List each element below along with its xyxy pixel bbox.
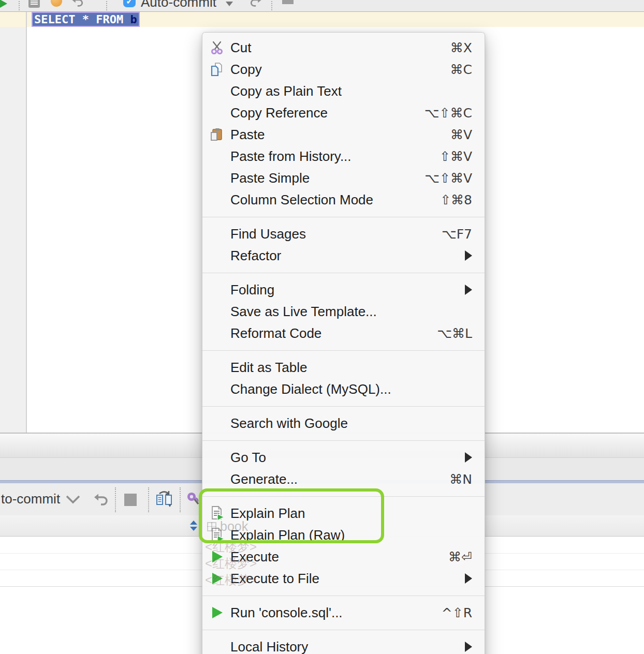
run-icon[interactable] [0,0,8,11]
menu-item-label: Local History [230,639,308,654]
toolbar-separator [19,0,20,12]
chevron-down-icon[interactable] [65,495,81,506]
stop-icon[interactable] [282,0,294,4]
menu-item-label: Go To [230,450,266,466]
icon-spacer [208,83,226,99]
icon-spacer [208,638,226,654]
datagrip-console-screen: ✓ Auto-commit SELECT * FROM b to-commit [0,0,644,654]
menu-item-label: Search with Google [230,415,348,432]
submenu-arrow-icon [465,573,472,584]
menu-item-copy-as-plain-text[interactable]: Copy as Plain Text [202,80,485,102]
menu-separator [202,589,485,602]
icon-spacer [208,281,226,298]
orange-orb-icon[interactable] [51,0,62,7]
context-menu: Cut⌘XCopy⌘CCopy as Plain TextCopy Refere… [202,32,485,654]
menu-item-shortcut: ⌘⏎ [448,549,472,564]
menu-item-shortcut: ⌥F7 [442,227,472,242]
menu-item-label: Find Usages [230,226,306,242]
explain-icon [208,505,226,522]
menu-item-label: Cut [230,40,251,56]
menu-item-save-as-live-template[interactable]: Save as Live Template... [202,301,485,322]
icon-spacer [208,381,226,397]
menu-item-paste-from-history[interactable]: Paste from History...⇧⌘V [202,145,485,167]
menu-item-explain-plan-raw[interactable]: Explain Plan (Raw) [202,524,485,546]
submenu-arrow-icon [465,642,472,652]
menu-item-explain-plan[interactable]: Explain Plan [202,502,485,524]
menu-separator [202,434,485,447]
editor-toolbar: ✓ Auto-commit [0,0,644,12]
menu-item-column-selection-mode[interactable]: Column Selection Mode⇧⌘8 [202,189,485,211]
undo-icon[interactable] [70,0,84,11]
gutter-divider [26,12,27,433]
menu-item-label: Copy [230,62,262,78]
icon-spacer [208,303,226,320]
menu-item-label: Explain Plan [230,506,305,522]
toolbar-separator [106,0,107,12]
run-icon [208,570,226,587]
menu-separator [202,490,485,502]
menu-item-find-usages[interactable]: Find Usages⌥F7 [202,223,485,245]
menu-item-copy-reference[interactable]: Copy Reference⌥⇧⌘C [202,102,485,124]
menu-item-label: Execute [230,549,279,565]
sql-selected-text: SELECT * FROM [34,13,130,26]
menu-item-execute[interactable]: Execute⌘⏎ [202,546,485,568]
icon-spacer [208,170,226,186]
undo-icon[interactable] [92,492,109,510]
scissors-icon [208,39,226,56]
menu-item-change-dialect-mysql[interactable]: Change Dialect (MySQL)... [202,378,485,400]
submenu-arrow-icon [465,250,472,261]
explain-icon [208,527,226,543]
icon-spacer [208,449,226,466]
menu-item-refactor[interactable]: Refactor [202,245,485,266]
menu-item-folding[interactable]: Folding [202,279,485,301]
menu-item-cut[interactable]: Cut⌘X [202,37,485,58]
menu-item-label: Paste Simple [230,170,310,186]
menu-item-shortcut: ⌘X [450,40,472,55]
auto-commit-label-clipped: to-commit [1,491,60,507]
document-icon[interactable] [28,0,40,10]
rollback-icon[interactable] [250,0,263,11]
menu-item-run-console-sql[interactable]: Run 'console.sql'...^⇧R [202,602,485,623]
menu-item-generate[interactable]: Generate...⌘N [202,468,485,490]
menu-separator [202,400,485,412]
sql-selection[interactable]: SELECT * FROM b [32,12,140,27]
icon-spacer [208,325,226,341]
menu-item-copy[interactable]: Copy⌘C [202,58,485,80]
menu-item-shortcut: ⇧⌘V [440,149,472,164]
toolbar-separator [148,487,149,512]
icon-spacer [208,148,226,165]
run-icon [208,548,226,565]
icon-spacer [208,226,226,242]
pin-icon[interactable] [185,491,201,509]
transaction-icon[interactable] [155,490,173,510]
toolbar-separator [271,0,272,12]
menu-item-search-with-google[interactable]: Search with Google [202,412,485,434]
menu-item-paste[interactable]: Paste⌘V [202,124,485,145]
sort-icon[interactable] [189,520,198,533]
menu-item-shortcut: ⌥⇧⌘C [425,106,472,121]
icon-spacer [208,105,226,121]
menu-separator [202,623,485,636]
menu-item-local-history[interactable]: Local History [202,636,485,654]
icon-spacer [208,191,226,208]
menu-item-label: Generate... [230,471,298,487]
menu-item-label: Execute to File [230,571,319,587]
run-icon [208,604,226,621]
stop-icon[interactable] [124,494,137,506]
auto-commit-checkbox[interactable]: ✓ [123,0,136,7]
menu-item-shortcut: ⌘N [449,472,472,487]
menu-item-reformat-code[interactable]: Reformat Code⌥⌘L [202,322,485,344]
icon-spacer [208,247,226,264]
menu-item-paste-simple[interactable]: Paste Simple⌥⇧⌘V [202,167,485,189]
menu-item-label: Reformat Code [230,325,321,341]
auto-commit-label: Auto-commit [141,0,216,10]
menu-item-label: Column Selection Mode [230,192,373,208]
menu-item-shortcut: ^⇧R [442,605,472,620]
menu-item-shortcut: ⌘C [450,62,472,77]
menu-item-label: Paste from History... [230,148,352,165]
dropdown-arrow-icon[interactable] [226,2,233,6]
menu-item-edit-as-table[interactable]: Edit as Table [202,356,485,378]
menu-item-go-to[interactable]: Go To [202,447,485,468]
menu-item-execute-to-file[interactable]: Execute to File [202,568,485,589]
menu-item-label: Copy as Plain Text [230,83,342,99]
